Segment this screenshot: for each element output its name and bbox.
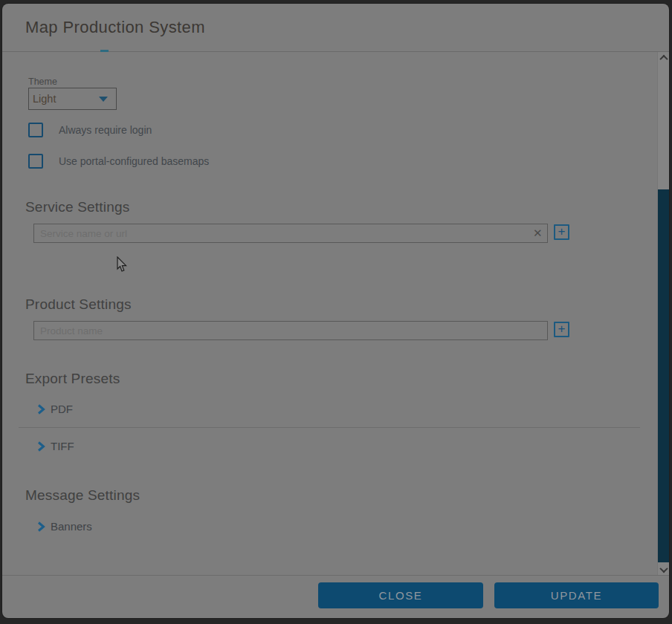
chevron-down-icon	[659, 565, 668, 573]
theme-label: Theme	[28, 77, 57, 87]
add-service-button[interactable]: +	[554, 224, 569, 240]
export-preset-pdf-toggle[interactable]: PDF	[37, 403, 73, 415]
export-preset-pdf-label: PDF	[51, 403, 73, 415]
export-preset-tiff-label: TIFF	[51, 440, 74, 452]
service-name-input[interactable]	[33, 224, 548, 243]
portal-basemaps-checkbox[interactable]	[28, 154, 43, 169]
banners-toggle[interactable]: Banners	[37, 520, 92, 533]
dialog-header: Map Production System	[2, 4, 669, 52]
chevron-up-icon	[659, 55, 668, 63]
mouse-cursor	[117, 256, 127, 272]
dialog-footer: CLOSE UPDATE	[2, 575, 669, 618]
caret-down-icon	[99, 97, 108, 102]
banners-label: Banners	[51, 520, 92, 533]
chevron-right-icon	[37, 404, 45, 415]
plus-icon: +	[558, 322, 566, 335]
add-product-button[interactable]: +	[554, 322, 569, 337]
scrolled-content-sliver	[100, 50, 109, 52]
message-settings-heading: Message Settings	[25, 487, 140, 504]
export-preset-tiff-toggle[interactable]: TIFF	[37, 440, 74, 452]
theme-select-value: Light	[29, 93, 99, 105]
always-require-login-label: Always require login	[59, 124, 152, 136]
plus-icon: +	[558, 225, 566, 238]
product-settings-heading: Product Settings	[25, 296, 132, 313]
theme-select[interactable]: Light	[28, 88, 117, 110]
close-button[interactable]: CLOSE	[318, 582, 483, 608]
update-button[interactable]: UPDATE	[494, 582, 659, 608]
vertical-scrollbar[interactable]	[657, 52, 669, 576]
portal-basemaps-label: Use portal-configured basemaps	[59, 155, 209, 167]
scroll-up-button[interactable]	[658, 52, 669, 64]
screen: Map Production System Theme Light Always…	[0, 0, 672, 624]
chevron-right-icon	[37, 521, 45, 532]
clear-icon[interactable]: ✕	[533, 227, 543, 238]
scrollbar-thumb[interactable]	[658, 189, 669, 562]
chevron-right-icon	[37, 441, 45, 452]
checkbox-row-portal-basemaps: Use portal-configured basemaps	[28, 154, 209, 169]
always-require-login-checkbox[interactable]	[28, 123, 43, 137]
export-presets-heading: Export Presets	[25, 371, 120, 387]
dialog-title: Map Production System	[25, 18, 205, 37]
checkbox-row-always-require-login: Always require login	[28, 123, 152, 137]
divider	[19, 427, 640, 428]
map-production-system-dialog: Map Production System Theme Light Always…	[2, 4, 669, 618]
service-settings-heading: Service Settings	[25, 199, 130, 215]
product-name-input[interactable]	[33, 321, 548, 340]
scroll-down-button[interactable]	[658, 564, 669, 576]
